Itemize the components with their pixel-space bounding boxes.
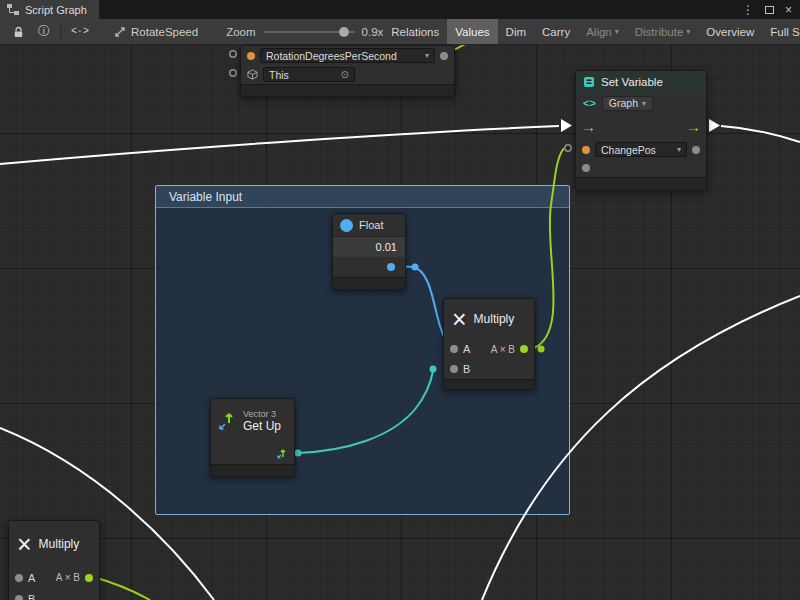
edit-graph-icon[interactable]: <∙> (64, 19, 96, 45)
node-title: Get Up (243, 420, 281, 434)
toolbar-divider (60, 24, 61, 40)
node-footer (333, 277, 405, 289)
chevron-down-icon: ▾ (642, 99, 646, 108)
group-title: Variable Input (169, 190, 242, 204)
extra-port-row (576, 159, 706, 177)
code-brackets-icon: <> (583, 97, 596, 109)
multiply-icon: × (17, 532, 32, 557)
variable-dropdown[interactable]: RotationDegreesPerSecond ▾ (260, 48, 435, 63)
unity-script-graph-window: Variable Input RotationDegreesPer (0, 0, 800, 600)
distribute-button[interactable]: Distribute▾ (627, 19, 699, 45)
window-controls: ⋮ × (742, 0, 800, 19)
variable-icon (583, 76, 595, 88)
port-row-a: A A × B (9, 567, 99, 588)
value-port-orange[interactable] (582, 146, 590, 154)
align-button[interactable]: Align▾ (578, 19, 627, 45)
float-value: 0.01 (376, 241, 397, 253)
input-port-b[interactable] (15, 595, 23, 600)
overview-button[interactable]: Overview (698, 19, 762, 45)
node-footer (211, 464, 294, 476)
value-port-orange[interactable] (247, 52, 255, 60)
float-type-icon (340, 219, 353, 232)
zoom-slider-knob[interactable] (339, 27, 349, 37)
flow-port-row: → → (576, 113, 706, 140)
zoom-control: Zoom 0.9x (226, 26, 383, 38)
multiply-node[interactable]: × Multiply A A × B B (443, 298, 535, 390)
vector3-output-port-icon[interactable] (276, 448, 288, 460)
set-variable-header[interactable]: Set Variable (576, 71, 706, 93)
target-picker-icon[interactable]: ⊙ (337, 69, 349, 80)
variable-scope-dropdown[interactable]: Graph ▾ (602, 96, 653, 111)
float-port-row (333, 257, 405, 277)
multiply-header[interactable]: × Multiply (444, 299, 534, 339)
vector3-header[interactable]: Vector 3 Get Up (211, 399, 294, 444)
window-titlebar: Script Graph ⋮ × (0, 0, 800, 19)
info-icon[interactable]: ⓘ (31, 19, 57, 45)
tab-script-graph[interactable]: Script Graph (0, 0, 99, 19)
flow-out-arrow-icon[interactable]: → (686, 119, 701, 134)
input-port-a[interactable] (450, 345, 458, 353)
output-port[interactable] (85, 574, 93, 582)
output-port[interactable] (692, 146, 700, 154)
values-button[interactable]: Values (447, 19, 497, 45)
maximize-icon[interactable] (765, 6, 774, 14)
chevron-down-icon: ▾ (673, 145, 681, 154)
group-header[interactable]: Variable Input (156, 186, 569, 208)
fullscreen-button[interactable]: Full Screen (762, 19, 800, 45)
input-port-a[interactable] (15, 574, 23, 582)
output-port[interactable] (582, 164, 590, 172)
cube-icon (247, 69, 258, 80)
node-footer (576, 177, 706, 190)
port-row-a: A A × B (444, 339, 534, 359)
this-field[interactable]: This ⊙ (263, 67, 355, 82)
node-footer (241, 84, 454, 96)
lock-icon[interactable] (6, 19, 31, 45)
graph-name: RotateSpeed (131, 26, 198, 38)
port-label-a: A (463, 343, 470, 355)
float-node[interactable]: Float 0.01 (332, 213, 406, 290)
variable-name-dropdown[interactable]: ChangePos ▾ (595, 142, 687, 157)
chevron-down-icon: ▾ (686, 27, 690, 36)
output-port[interactable] (520, 345, 528, 353)
float-output-port[interactable] (387, 263, 395, 271)
zoom-value: 0.9x (362, 26, 384, 38)
multiply-icon: × (452, 307, 467, 332)
set-variable-node[interactable]: Set Variable <> Graph ▾ → → ChangePos ▾ (575, 70, 707, 191)
dim-button[interactable]: Dim (498, 19, 534, 45)
node-title: Multiply (39, 537, 80, 551)
graph-asset-icon (114, 26, 126, 38)
port-row-b: B (9, 588, 99, 600)
carry-button[interactable]: Carry (534, 19, 578, 45)
relations-button[interactable]: Relations (383, 19, 447, 45)
output-label: A × B (491, 344, 515, 355)
variable-scope-value: Graph (609, 97, 638, 109)
zoom-label: Zoom (226, 26, 255, 38)
multiply-node-bottom[interactable]: × Multiply A A × B B (8, 520, 100, 600)
float-header[interactable]: Float (333, 214, 405, 236)
port-row-b: B (444, 359, 534, 379)
output-label: A × B (56, 572, 80, 583)
float-value-field[interactable]: 0.01 (333, 236, 405, 257)
vector3-up-icon (217, 412, 237, 432)
graph-toolbar: ⓘ <∙> RotateSpeed Zoom 0.9x Relations Va… (0, 19, 800, 45)
port-label-b: B (463, 363, 470, 375)
multiply-header[interactable]: × Multiply (9, 521, 99, 567)
variable-kind-row: <> Graph ▾ (576, 93, 706, 113)
vector3-port-row (211, 444, 294, 464)
graph-asset[interactable]: RotateSpeed (114, 26, 198, 38)
zoom-slider[interactable] (263, 31, 355, 33)
output-port[interactable] (440, 52, 448, 60)
rotation-variable-node[interactable]: RotationDegreesPerSecond ▾ This ⊙ (240, 45, 455, 97)
flow-in-arrow-icon[interactable]: → (581, 119, 596, 134)
variable-name-row: ChangePos ▾ (576, 140, 706, 159)
node-title: Float (359, 219, 383, 231)
menu-kebab-icon[interactable]: ⋮ (742, 3, 754, 17)
variable-name-value: ChangePos (601, 144, 656, 156)
port-label-a: A (28, 572, 35, 584)
this-field-value: This (269, 69, 289, 81)
variable-dropdown-value: RotationDegreesPerSecond (266, 50, 397, 62)
vector3-getup-node[interactable]: Vector 3 Get Up (210, 398, 295, 477)
close-icon[interactable]: × (785, 3, 792, 17)
script-graph-icon (7, 4, 19, 15)
input-port-b[interactable] (450, 365, 458, 373)
